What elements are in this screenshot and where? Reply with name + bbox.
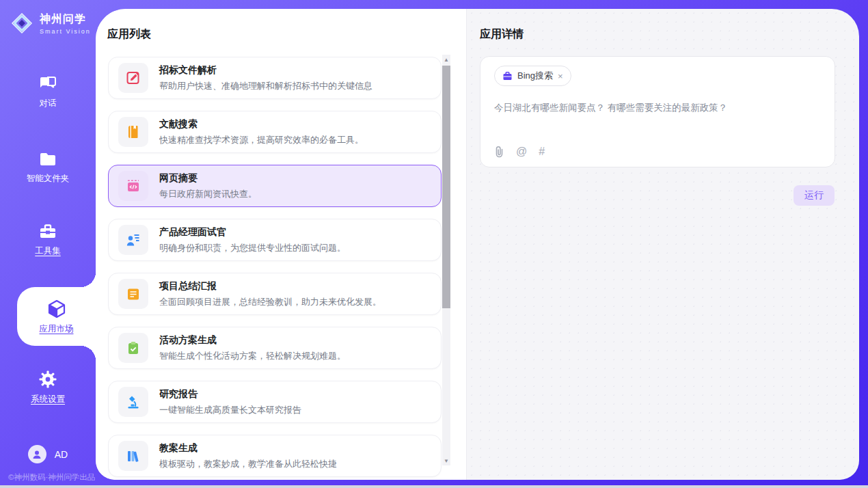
sidebar-item-label: 智能文件夹 [27,173,70,185]
app-desc: 模板驱动，教案妙成，教学准备从此轻松快捷 [159,458,337,470]
clipboard-check-icon [118,333,148,363]
avatar [28,445,46,463]
scrollbar-down-icon[interactable]: ▼ [442,456,450,465]
gear-icon [38,370,57,389]
app-desc: 帮助用户快速、准确地理解和解析招标书中的关键信息 [159,80,372,92]
app-title: 研究报告 [159,388,301,401]
list-item-literature-search[interactable]: 文献搜索 快速精准查找学术资源，提高研究效率的必备工具。 [108,111,442,153]
app-detail-panel: 应用详情 Bing搜索 × 今日湖北有哪些新闻要点？ 有哪些需要关注的最新政策？ [467,9,859,480]
app-title: 文献搜索 [159,118,364,131]
sidebar-item-toolset[interactable]: 工具集 [0,223,96,257]
microscope-icon [118,387,148,417]
brand-name: 神州问学 [40,12,91,27]
run-button[interactable]: 运行 [794,185,835,206]
list-item-event-plan[interactable]: 活动方案生成 智能生成个性化活动方案，轻松解决规划难题。 [108,327,442,369]
cube-icon [46,299,67,319]
sidebar-item-smart-folders[interactable]: 智能文件夹 [0,150,96,185]
prompt-input[interactable]: 今日湖北有哪些新闻要点？ 有哪些需要关注的最新政策？ [494,102,821,114]
user-name: AD [55,449,68,460]
briefcase-icon [502,71,513,81]
scrollbar-thumb[interactable] [442,66,450,308]
sidebar-item-app-market[interactable]: 应用市场 [17,287,96,346]
app-title: 项目总结汇报 [159,280,381,293]
bottom-edge-strip [0,485,868,488]
app-title: 招标文件解析 [159,64,372,77]
sidebar-item-label: 系统设置 [31,394,65,405]
list-item-lesson-plan[interactable]: 教案生成 模板驱动，教案妙成，教学准备从此轻松快捷 [108,435,442,477]
edit-square-icon [118,63,148,93]
app-desc: 快速精准查找学术资源，提高研究效率的必备工具。 [159,134,364,146]
prompt-card: Bing搜索 × 今日湖北有哪些新闻要点？ 有哪些需要关注的最新政策？ @ # [480,56,835,167]
scrollbar-up-icon[interactable]: ▲ [442,55,450,64]
browser-code-icon [118,171,148,201]
app-title: 教案生成 [159,442,337,455]
app-desc: 全面回顾项目进展，总结经验教训，助力未来优化发展。 [159,296,381,308]
list-item-research-report[interactable]: 研究报告 一键智能生成高质量长文本研究报告 [108,381,442,423]
interviewer-icon [118,225,148,255]
diamond-logo-icon [10,11,34,36]
prompt-toolbar: @ # [494,146,545,158]
list-item-bid-parse[interactable]: 招标文件解析 帮助用户快速、准确地理解和解析招标书中的关键信息 [108,57,442,99]
list-scrollbar[interactable]: ▲ ▼ [442,55,450,465]
user-account[interactable]: AD [0,445,96,463]
tool-tag-label: Bing搜索 [517,70,553,82]
close-icon[interactable]: × [558,72,563,81]
mention-icon[interactable]: @ [516,146,527,158]
toolbox-icon [38,223,57,241]
app-desc: 一键智能生成高质量长文本研究报告 [159,404,301,416]
app-desc: 每日政府新闻资讯快查。 [159,188,257,200]
app-desc: 明确身份和职责，为您提供专业性的面试问题。 [159,242,346,254]
tool-tag-bing-search[interactable]: Bing搜索 × [494,66,571,86]
list-item-project-summary[interactable]: 项目总结汇报 全面回顾项目进展，总结经验教训，助力未来优化发展。 [108,273,442,315]
book-icon [118,117,148,147]
app-list: 招标文件解析 帮助用户快速、准确地理解和解析招标书中的关键信息 文献搜索 快速精… [108,57,442,480]
app-desc: 智能生成个性化活动方案，轻松解决规划难题。 [159,350,346,362]
sidebar-item-chat[interactable]: 对话 [0,75,96,109]
app-title: 产品经理面试官 [159,226,346,239]
sidebar-item-label: 对话 [40,98,57,109]
books-icon [118,441,148,471]
calendar-report-icon [118,279,148,309]
brand-logo: 神州问学 Smart Vision [10,11,91,36]
app-title: 活动方案生成 [159,334,346,347]
main-content: 应用列表 招标文件解析 帮助用户快速、准确地理解和解析招标书中的关键信息 [96,9,859,480]
sidebar-item-settings[interactable]: 系统设置 [0,370,96,405]
folder-icon [38,150,57,168]
app-detail-title: 应用详情 [480,27,524,42]
copyright-text: ©神州数码·神州问学出品 [8,472,95,483]
attach-file-icon[interactable] [494,146,504,158]
app-list-panel: 应用列表 招标文件解析 帮助用户快速、准确地理解和解析招标书中的关键信息 [96,9,467,480]
sidebar: 神州问学 Smart Vision 对话 智能文件夹 [0,0,96,488]
brand-tagline: Smart Vision [40,28,91,35]
app-title: 网页摘要 [159,172,257,185]
sidebar-item-label: 应用市场 [40,323,74,335]
sidebar-item-label: 工具集 [35,245,61,257]
topic-icon[interactable]: # [539,146,545,158]
app-list-title: 应用列表 [107,27,151,42]
chat-icon [38,75,57,93]
list-item-web-summary[interactable]: 网页摘要 每日政府新闻资讯快查。 [108,165,442,207]
list-item-pm-interviewer[interactable]: 产品经理面试官 明确身份和职责，为您提供专业性的面试问题。 [108,219,442,261]
